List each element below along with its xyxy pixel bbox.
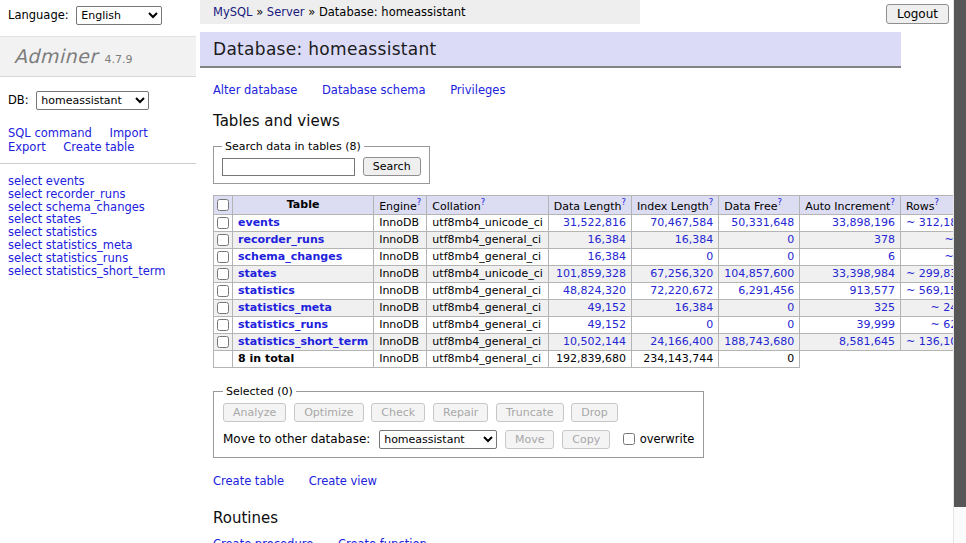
data-free-link[interactable]: 0 [787,301,794,314]
check-button[interactable]: Check [371,403,425,422]
index-length-link[interactable]: 67,256,320 [650,267,713,280]
tables-header-row: TableEngine?Collation?Data Length?Index … [214,196,966,215]
data-length-link[interactable]: 16,384 [588,233,627,246]
table-name-link[interactable]: states [238,267,277,280]
table-name-link[interactable]: statistics_runs [238,318,328,331]
data-length-link[interactable]: 48,824,320 [563,284,626,297]
data-length-link[interactable]: 16,384 [588,250,627,263]
help-icon[interactable]: ? [777,197,782,207]
link-create-procedure[interactable]: Create procedure [213,537,313,543]
row-checkbox[interactable] [217,234,229,246]
auto-increment-link[interactable]: 378 [874,233,895,246]
row-checkbox[interactable] [217,319,229,331]
help-icon[interactable]: ? [481,197,486,207]
data-free-link[interactable]: 0 [787,318,794,331]
db-link-privileges[interactable]: Privileges [450,83,505,97]
link-create-function[interactable]: Create function [338,537,427,543]
row-checkbox[interactable] [217,217,229,229]
table-name-link[interactable]: statistics_short_term [238,335,368,348]
scrollbar-thumb[interactable] [954,0,966,507]
data-length-link[interactable]: 10,502,144 [563,335,626,348]
data-length-link[interactable]: 101,859,328 [556,267,626,280]
breadcrumb-link-mysql[interactable]: MySQL [213,5,253,19]
sidebar-item-select-statistics-runs[interactable]: select statistics_runs [8,252,188,265]
analyze-button[interactable]: Analyze [223,403,286,422]
auto-increment-link[interactable]: 913,577 [849,284,895,297]
help-icon[interactable]: ? [709,197,714,207]
auto-increment-link[interactable]: 33,898,196 [832,216,895,229]
select-all-checkbox[interactable] [217,199,229,211]
table-name-link[interactable]: events [238,216,280,229]
data-length-link[interactable]: 49,152 [588,318,627,331]
move-button[interactable]: Move [505,430,555,449]
table-name-link[interactable]: recorder_runs [238,233,324,246]
db-link-alter-database[interactable]: Alter database [213,83,297,97]
auto-increment-cell: 913,577 [800,282,901,299]
repair-button[interactable]: Repair [433,403,488,422]
data-free-link[interactable]: 0 [787,250,794,263]
collation-cell: utf8mb4_unicode_ci [427,214,548,231]
sidebar-item-select-statistics-short-term[interactable]: select statistics_short_term [8,265,188,278]
drop-button[interactable]: Drop [571,403,617,422]
link-create-table[interactable]: Create table [213,474,284,488]
row-checkbox[interactable] [217,251,229,263]
auto-increment-link[interactable]: 39,999 [856,318,895,331]
index-length-link[interactable]: 72,220,672 [650,284,713,297]
sidebar-action-export[interactable]: Export [8,140,46,154]
overwrite-checkbox[interactable] [623,433,635,445]
move-db-select[interactable]: homeassistant [379,430,497,449]
data-free-cell: 0 [719,231,800,248]
table-row: schema_changesInnoDButf8mb4_general_ci16… [214,248,966,265]
row-checkbox[interactable] [217,336,229,348]
index-length-link[interactable]: 24,166,400 [650,335,713,348]
help-icon[interactable]: ? [622,197,627,207]
index-length-link[interactable]: 16,384 [675,301,714,314]
table-name-link[interactable]: statistics_meta [238,301,332,314]
logout-button[interactable]: Logout [886,4,949,24]
row-checkbox[interactable] [217,302,229,314]
auto-increment-link[interactable]: 325 [874,301,895,314]
adminer-brand: Adminer 4.7.9 [0,36,196,77]
auto-increment-link[interactable]: 8,581,645 [839,335,895,348]
table-name-link[interactable]: schema_changes [238,250,342,263]
sidebar-item-select-recorder-runs[interactable]: select recorder_runs [8,188,188,201]
data-free-link[interactable]: 50,331,648 [731,216,794,229]
index-length-link[interactable]: 70,467,584 [650,216,713,229]
sidebar-action-create-table[interactable]: Create table [63,140,134,154]
search-input[interactable] [222,158,355,176]
data-free-link[interactable]: 0 [787,233,794,246]
auto-increment-link[interactable]: 33,398,984 [832,267,895,280]
help-icon[interactable]: ? [417,197,422,207]
copy-button[interactable]: Copy [562,430,610,449]
breadcrumb-link-server[interactable]: Server [267,5,305,19]
index-length-link[interactable]: 0 [706,250,713,263]
data-free-link[interactable]: 188,743,680 [724,335,794,348]
help-icon[interactable]: ? [890,197,895,207]
language-select[interactable]: English [76,6,162,25]
index-length-link[interactable]: 0 [706,318,713,331]
truncate-button[interactable]: Truncate [496,403,563,422]
search-button[interactable]: Search [363,157,421,176]
sidebar-item-select-events[interactable]: select events [8,175,188,188]
table-name-cell: schema_changes [233,248,374,265]
help-icon[interactable]: ? [935,197,940,207]
optimize-button[interactable]: Optimize [294,403,363,422]
index-length-cell: 67,256,320 [632,265,719,282]
row-checkbox[interactable] [217,285,229,297]
db-link-database-schema[interactable]: Database schema [322,83,425,97]
db-select[interactable]: homeassistant [36,91,149,110]
data-free-link[interactable]: 6,291,456 [738,284,794,297]
row-checkbox[interactable] [217,268,229,280]
index-length-link[interactable]: 16,384 [675,233,714,246]
data-length-link[interactable]: 31,522,816 [563,216,626,229]
data-length-link[interactable]: 49,152 [588,301,627,314]
sidebar-action-import[interactable]: Import [109,126,147,140]
sidebar-item-select-statistics-meta[interactable]: select statistics_meta [8,239,188,252]
data-free-link[interactable]: 104,857,600 [724,267,794,280]
database-links: Alter database Database schema Privilege… [213,83,913,97]
table-name-link[interactable]: statistics [238,284,295,297]
vertical-scrollbar[interactable] [953,0,966,543]
auto-increment-link[interactable]: 6 [888,250,895,263]
link-create-view[interactable]: Create view [309,474,377,488]
sidebar-action-sql-command[interactable]: SQL command [8,126,92,140]
